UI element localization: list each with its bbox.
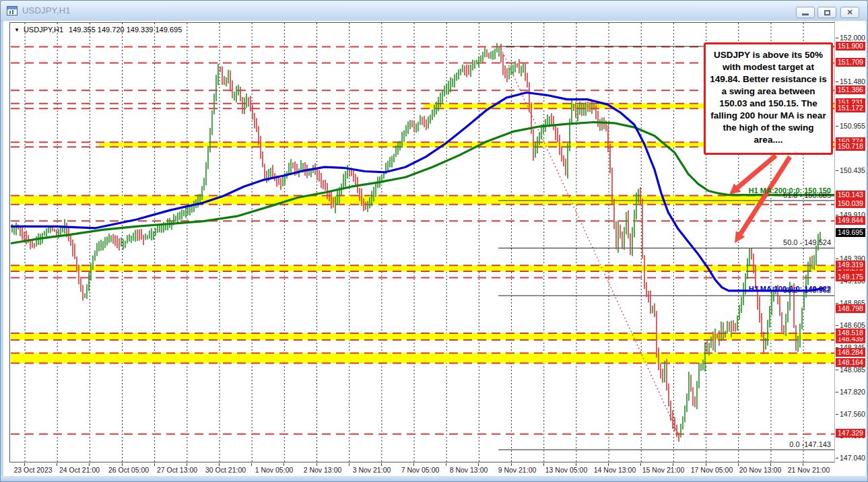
level-price-badge: 147.329 [836,429,865,438]
level-price-badge: 150.143 [836,191,865,199]
fib-label: 50.0 - 149.524 [783,238,831,246]
window-titlebar[interactable]: USDJPY,H1 ✕ [1,1,867,22]
level-price-badge: 150.039 [836,199,865,208]
price-tick-label: 147.820 [836,388,865,396]
chart-icon [7,6,18,15]
level-price-badge: 149.844 [836,216,865,225]
price-tick-label: 147.040 [836,454,865,462]
swing-area-band [11,196,764,205]
level-price-badge: 148.164 [836,358,865,367]
mt4-chart-window: USDJPY,H1 ✕ ▼USDJPY,H1149.355 149.720 14… [0,0,868,482]
price-tick-label: 150.955 [836,122,865,130]
price-tick-label: 147.560 [836,410,865,418]
candles [12,43,820,442]
price-tick-label: 152.000 [836,34,865,42]
time-axis[interactable]: 23 Oct 202324 Oct 21:0026 Oct 05:0027 Oc… [9,463,844,477]
ohlc-symbol: USDJPY,H1 [24,26,63,34]
time-label: 21 Nov 21:00 [778,466,839,474]
price-axis[interactable]: 152.000151.480150.955150.435149.910149.3… [836,21,866,479]
window-bottom-frame [1,476,867,481]
level-price-badge: 149.319 [836,261,865,269]
symbol-dropdown-icon[interactable]: ▼ [14,27,20,33]
annotation-text-box[interactable]: USDJPY is above its 50% with modest targ… [704,42,833,155]
window-title: USDJPY,H1 [22,5,71,15]
level-price-badge: 150.718 [836,142,865,151]
ohlc-header: ▼USDJPY,H1149.355 149.720 149.339 149.69… [14,26,182,34]
current-price-badge: 149.695 [836,228,865,237]
red-arrow [737,156,776,188]
swing-area-band [11,265,834,271]
level-price-badge: 151.386 [836,85,865,94]
close-icon: ✕ [841,8,859,17]
level-price-badge: 148.518 [836,329,865,337]
fib-label: 0.0 -147.143 [789,440,831,448]
ma100-label: H1 MA:100:0:0: 149.022 [749,285,831,293]
minimize-icon [802,13,809,15]
level-price-badge: 149.175 [836,273,865,281]
axis-separator [834,21,835,477]
level-price-badge: 148.798 [836,304,865,313]
restore-button[interactable] [817,7,836,18]
level-price-badge: 151.900 [836,42,865,50]
level-price-badge: 151.709 [836,58,865,67]
ohlc-values: 149.355 149.720 149.339 149.695 [69,26,182,34]
level-price-badge: 151.172 [836,104,865,112]
close-button[interactable]: ✕ [840,7,859,18]
minimize-button[interactable] [796,7,815,18]
swing-area-band [11,353,834,363]
ma100-line [11,93,824,291]
price-tick-label: 151.480 [836,77,865,85]
price-tick-label: 150.435 [836,166,865,174]
level-price-badge: 148.284 [836,348,865,357]
restore-icon [824,10,830,15]
ma200-label: H1 MA:200:0:0: 150.150 [749,186,831,195]
